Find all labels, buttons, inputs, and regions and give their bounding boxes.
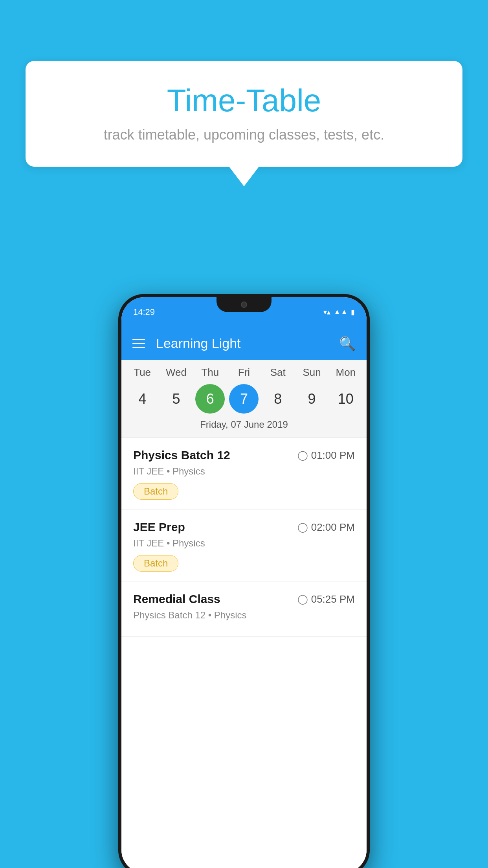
calendar-day-name: Fri [229,366,259,379]
day-numbers-row: 45678910 [121,384,367,414]
schedule-item-time: ◯ 05:25 PM [297,593,355,605]
schedule-item-detail: IIT JEE • Physics [133,538,355,549]
schedule-item-header: JEE Prep ◯ 02:00 PM [133,520,355,534]
bubble-title: Time-Table [49,83,439,119]
day-names-row: TueWedThuFriSatSunMon [121,366,367,379]
schedule-item[interactable]: Physics Batch 12 ◯ 01:00 PM IIT JEE • Ph… [121,438,367,509]
calendar-day-number[interactable]: 8 [263,384,293,414]
hamburger-line-3 [132,347,145,348]
app-bar: Learning Light 🔍 [121,327,367,360]
camera [241,302,247,308]
calendar-strip: TueWedThuFriSatSunMon 45678910 Friday, 0… [121,360,367,438]
schedule-item-name: Remedial Class [133,592,220,606]
calendar-day-name: Mon [331,366,360,379]
status-time: 14:29 [133,307,155,317]
status-bar: 14:29 ▾▴ ▲▲ ▮ [121,297,367,327]
schedule-item[interactable]: Remedial Class ◯ 05:25 PM Physics Batch … [121,581,367,637]
hamburger-menu[interactable] [132,339,145,348]
clock-icon: ◯ [297,522,308,533]
phone-inner: 14:29 ▾▴ ▲▲ ▮ [121,297,367,868]
phone-outer: 14:29 ▾▴ ▲▲ ▮ [118,294,370,868]
calendar-day-number[interactable]: 6 [195,384,225,414]
speech-bubble-tail [229,167,259,186]
status-icons: ▾▴ ▲▲ ▮ [323,308,355,316]
schedule-item-header: Physics Batch 12 ◯ 01:00 PM [133,449,355,462]
calendar-day-name: Sun [297,366,327,379]
search-icon[interactable]: 🔍 [339,336,356,351]
battery-icon: ▮ [351,308,355,316]
clock-icon: ◯ [297,594,308,605]
calendar-day-number[interactable]: 10 [331,384,360,414]
schedule-item-name: JEE Prep [133,520,185,534]
calendar-day-number[interactable]: 5 [161,384,191,414]
calendar-day-number[interactable]: 7 [229,384,259,414]
schedule-item-time: ◯ 02:00 PM [297,521,355,533]
clock-icon: ◯ [297,450,308,461]
calendar-day-name: Sat [263,366,293,379]
batch-badge: Batch [133,483,178,500]
wifi-icon: ▾▴ [323,308,330,316]
schedule-item-header: Remedial Class ◯ 05:25 PM [133,592,355,606]
hamburger-line-2 [132,343,145,344]
app-title: Learning Light [156,336,339,351]
calendar-day-name: Wed [161,366,191,379]
signal-icon: ▲▲ [334,308,348,316]
schedule-item-detail: IIT JEE • Physics [133,466,355,477]
hamburger-line-1 [132,339,145,340]
batch-badge: Batch [133,555,178,572]
schedule-item[interactable]: JEE Prep ◯ 02:00 PM IIT JEE • Physics Ba… [121,509,367,581]
phone-screen: 14:29 ▾▴ ▲▲ ▮ [121,297,367,868]
speech-bubble-container: Time-Table track timetable, upcoming cla… [26,61,462,186]
selected-date: Friday, 07 June 2019 [121,419,367,434]
calendar-day-number[interactable]: 9 [297,384,327,414]
bubble-subtitle: track timetable, upcoming classes, tests… [49,127,439,143]
phone-frame: 14:29 ▾▴ ▲▲ ▮ [118,294,370,868]
schedule-item-detail: Physics Batch 12 • Physics [133,610,355,621]
calendar-day-number[interactable]: 4 [128,384,157,414]
notch [216,297,272,312]
schedule-list: Physics Batch 12 ◯ 01:00 PM IIT JEE • Ph… [121,438,367,868]
calendar-day-name: Tue [128,366,157,379]
schedule-item-name: Physics Batch 12 [133,449,230,462]
calendar-day-name: Thu [195,366,225,379]
schedule-item-time: ◯ 01:00 PM [297,449,355,462]
speech-bubble: Time-Table track timetable, upcoming cla… [26,61,462,167]
